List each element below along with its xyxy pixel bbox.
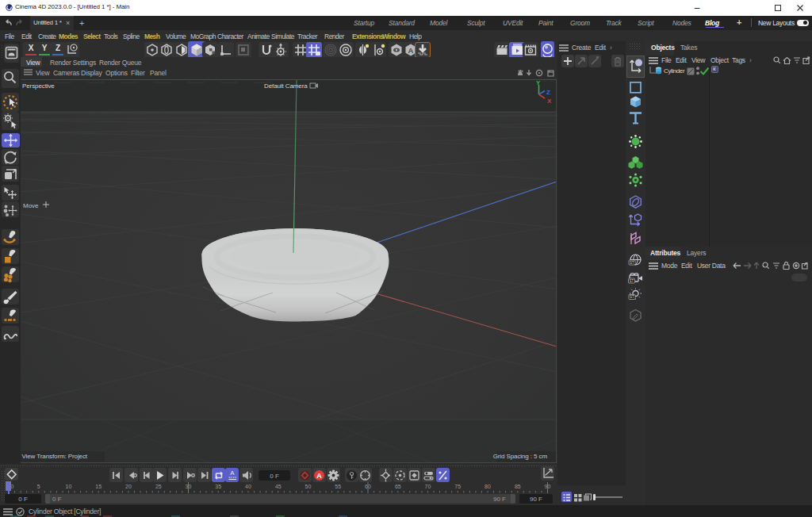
svg-text:5: 5 [37, 484, 40, 489]
svg-text:View Transform: Project: View Transform: Project [22, 453, 88, 460]
svg-text:55: 55 [335, 484, 341, 489]
svg-text:A: A [316, 471, 322, 479]
svg-text:0: 0 [11, 484, 14, 489]
svg-text:ST: ST [630, 279, 634, 283]
svg-text:65: 65 [395, 484, 401, 489]
svg-text:10: 10 [66, 484, 72, 489]
svg-text:80: 80 [485, 484, 491, 489]
svg-text:15: 15 [95, 484, 102, 489]
svg-text:A: A [408, 46, 414, 55]
svg-text:25: 25 [155, 484, 162, 489]
svg-text:20: 20 [125, 484, 132, 489]
svg-text:40: 40 [245, 484, 251, 489]
svg-text:85: 85 [515, 484, 521, 489]
svg-text:75: 75 [454, 484, 461, 489]
svg-text:Default Camera: Default Camera [264, 82, 308, 90]
svg-text:Perspective: Perspective [22, 82, 55, 90]
svg-text:50: 50 [305, 484, 312, 489]
svg-text:Grid Spacing : 5 cm: Grid Spacing : 5 cm [493, 453, 548, 460]
svg-text:Move: Move [23, 202, 39, 209]
svg-text:35: 35 [215, 484, 221, 489]
svg-text:X: X [547, 98, 552, 105]
svg-text:A: A [230, 469, 235, 477]
svg-text:70: 70 [425, 484, 431, 489]
svg-text:ST: ST [630, 295, 634, 299]
svg-text:ST: ST [630, 261, 634, 265]
svg-text:Z: Z [546, 89, 550, 96]
svg-text:Y: Y [536, 80, 541, 86]
svg-text:45: 45 [275, 484, 282, 489]
